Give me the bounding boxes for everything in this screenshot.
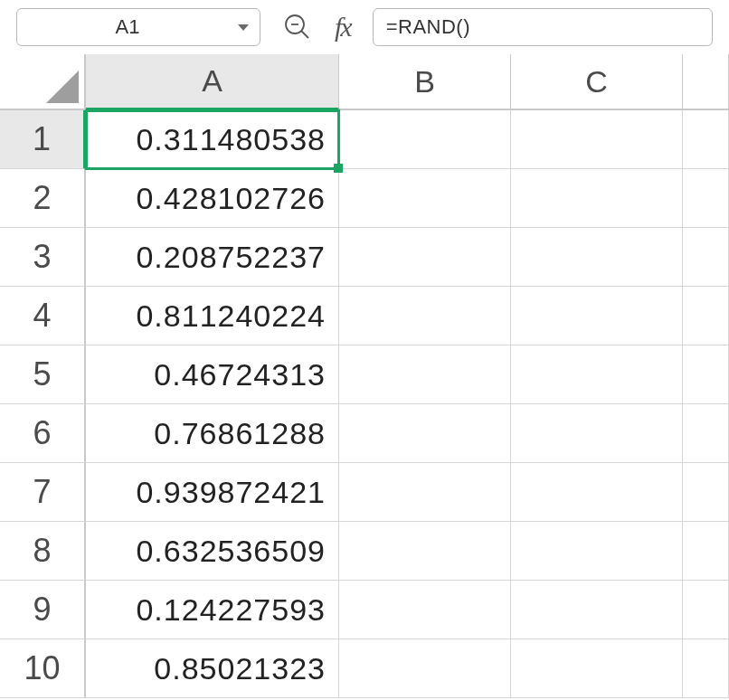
chevron-down-icon	[238, 24, 249, 31]
formula-bar: A1 fx =RAND()	[0, 0, 729, 54]
row-header-4[interactable]: 4	[0, 287, 86, 345]
fx-icon[interactable]: fx	[335, 12, 351, 43]
cell-A6[interactable]: 0.76861288	[86, 404, 339, 463]
cell-D10-partial[interactable]	[683, 639, 729, 698]
cell-B7[interactable]	[339, 463, 511, 522]
cell-C6[interactable]	[511, 404, 683, 463]
cell-A9[interactable]: 0.124227593	[86, 581, 339, 639]
name-box-value: A1	[17, 15, 238, 39]
spreadsheet-grid: A B C 1 0.311480538 2 0.428102726 3 0.20…	[0, 54, 729, 698]
row-header-7[interactable]: 7	[0, 463, 86, 522]
column-header-C[interactable]: C	[511, 54, 683, 110]
table-row: 8 0.632536509	[0, 522, 729, 581]
cell-A5[interactable]: 0.46724313	[86, 345, 339, 404]
row-header-5[interactable]: 5	[0, 345, 86, 404]
cell-D4-partial[interactable]	[683, 287, 729, 345]
cell-B1[interactable]	[339, 110, 511, 169]
row-header-2[interactable]: 2	[0, 169, 86, 228]
name-box[interactable]: A1	[16, 8, 260, 46]
table-row: 9 0.124227593	[0, 581, 729, 639]
column-headers-row: A B C	[0, 54, 729, 110]
table-row: 2 0.428102726	[0, 169, 729, 228]
cell-B9[interactable]	[339, 581, 511, 639]
cell-D8-partial[interactable]	[683, 522, 729, 581]
table-row: 7 0.939872421	[0, 463, 729, 522]
cell-D1-partial[interactable]	[683, 110, 729, 169]
cell-D3-partial[interactable]	[683, 228, 729, 287]
cell-D7-partial[interactable]	[683, 463, 729, 522]
cell-B6[interactable]	[339, 404, 511, 463]
cell-B4[interactable]	[339, 287, 511, 345]
cell-C4[interactable]	[511, 287, 683, 345]
cell-C9[interactable]	[511, 581, 683, 639]
row-header-6[interactable]: 6	[0, 404, 86, 463]
formula-input[interactable]: =RAND()	[373, 8, 713, 46]
cell-C10[interactable]	[511, 639, 683, 698]
cell-C8[interactable]	[511, 522, 683, 581]
row-header-9[interactable]: 9	[0, 581, 86, 639]
column-header-partial[interactable]	[683, 54, 729, 110]
cell-D2-partial[interactable]	[683, 169, 729, 228]
cell-D6-partial[interactable]	[683, 404, 729, 463]
column-header-A[interactable]: A	[86, 54, 339, 110]
cell-A10[interactable]: 0.85021323	[86, 639, 339, 698]
cell-C3[interactable]	[511, 228, 683, 287]
cell-C2[interactable]	[511, 169, 683, 228]
cell-B2[interactable]	[339, 169, 511, 228]
svg-line-2	[301, 31, 308, 38]
row-header-10[interactable]: 10	[0, 639, 86, 698]
cell-B8[interactable]	[339, 522, 511, 581]
table-row: 1 0.311480538	[0, 110, 729, 169]
cell-D5-partial[interactable]	[683, 345, 729, 404]
cell-B3[interactable]	[339, 228, 511, 287]
formula-input-value: =RAND()	[386, 15, 470, 39]
table-row: 5 0.46724313	[0, 345, 729, 404]
cell-B5[interactable]	[339, 345, 511, 404]
row-header-8[interactable]: 8	[0, 522, 86, 581]
cell-A3[interactable]: 0.208752237	[86, 228, 339, 287]
cell-A4[interactable]: 0.811240224	[86, 287, 339, 345]
column-header-B[interactable]: B	[339, 54, 511, 110]
table-row: 4 0.811240224	[0, 287, 729, 345]
zoom-out-icon[interactable]	[282, 12, 313, 43]
cell-B10[interactable]	[339, 639, 511, 698]
cell-A2[interactable]: 0.428102726	[86, 169, 339, 228]
select-all-corner[interactable]	[0, 54, 86, 110]
cell-C7[interactable]	[511, 463, 683, 522]
cell-C1[interactable]	[511, 110, 683, 169]
cell-A1[interactable]: 0.311480538	[86, 110, 339, 169]
cell-A8[interactable]: 0.632536509	[86, 522, 339, 581]
table-row: 3 0.208752237	[0, 228, 729, 287]
table-row: 6 0.76861288	[0, 404, 729, 463]
cell-D9-partial[interactable]	[683, 581, 729, 639]
row-header-3[interactable]: 3	[0, 228, 86, 287]
cell-C5[interactable]	[511, 345, 683, 404]
cell-A7[interactable]: 0.939872421	[86, 463, 339, 522]
row-header-1[interactable]: 1	[0, 110, 86, 169]
table-row: 10 0.85021323	[0, 639, 729, 698]
